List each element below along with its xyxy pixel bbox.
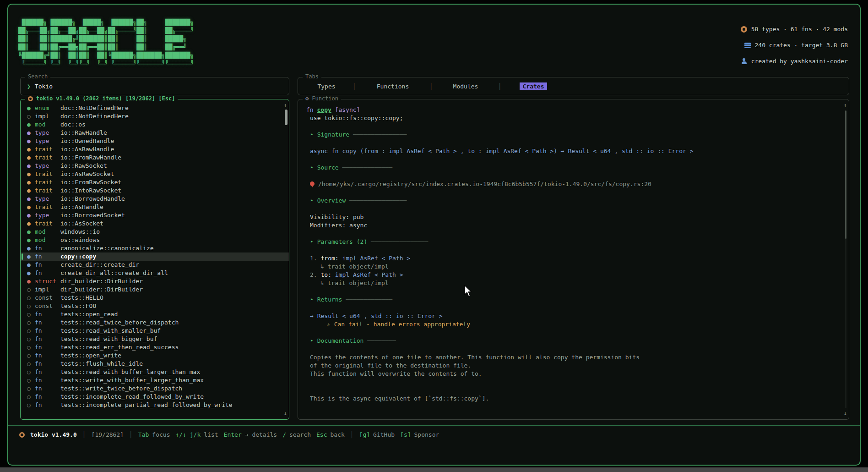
item-name: tests::read_with_smaller_buf: [60, 327, 289, 335]
detail-scrollbar-thumb[interactable]: [845, 110, 846, 239]
function-heading: fn copy [async]: [306, 106, 841, 114]
list-item[interactable]: ● type io::RawHandle: [21, 129, 289, 137]
taskbar-strip: [0, 467, 868, 472]
list-item[interactable]: ● trait io::FromRawSocket: [21, 178, 289, 187]
sponsor-link[interactable]: [s]Sponsor: [400, 431, 439, 438]
list-item[interactable]: ○ fn tests::read_err_then_read_success: [21, 343, 289, 351]
list-item[interactable]: ○ fn tests::open_read: [21, 310, 289, 318]
item-kind: trait: [35, 187, 60, 195]
visibility-bullet-icon: ○: [27, 327, 35, 335]
list-item[interactable]: ● mod doc::os: [21, 121, 289, 129]
item-name: doc::NotDefinedHere: [60, 112, 289, 121]
list-item[interactable]: ○ fn tests::incomplete_partial_read_foll…: [21, 401, 289, 409]
list-item[interactable]: ● trait io::FromRawHandle: [21, 154, 289, 162]
list-item[interactable]: ○ impl doc::NotDefinedHere: [21, 112, 289, 121]
fn-name: copy: [317, 106, 331, 113]
status-bar: tokio v1.49.0 │ [19/2862] │ Tabfocus ↑/↓…: [8, 425, 860, 465]
list-item[interactable]: ○ fn tests::incomplete_read_followed_by_…: [21, 393, 289, 401]
scroll-up-icon[interactable]: ↑: [844, 103, 847, 108]
section-header-overview: ‣ Overview ────────────────: [310, 197, 841, 205]
search-input[interactable]: ❯ Tokio: [21, 77, 289, 95]
list-item[interactable]: ● fn canonicalize::canonicalize: [21, 244, 289, 252]
list-item[interactable]: ○ fn tests::write_twice_before_dispatch: [21, 384, 289, 393]
item-kind: fn: [35, 351, 60, 360]
list-item[interactable]: ● mod windows::io: [21, 228, 289, 236]
item-kind: fn: [35, 368, 60, 376]
list-item[interactable]: ● enum doc::NotDefinedHere: [21, 104, 289, 112]
list-item[interactable]: ● fn create_dir_all::create_dir_all: [21, 269, 289, 277]
visibility-bullet-icon: ○: [27, 401, 35, 409]
list-item[interactable]: ○ fn tests::read_with_buffer_larger_than…: [21, 368, 289, 376]
parameter-note: ↳ trait object/impl: [320, 279, 841, 287]
github-link[interactable]: [g]GitHub: [359, 431, 395, 438]
list-item[interactable]: ○ const tests::HELLO: [21, 294, 289, 302]
visibility-bullet-icon: ○: [27, 302, 35, 310]
stat-text: 58 types · 61 fns · 42 mods: [751, 26, 848, 33]
item-kind: fn: [35, 244, 60, 252]
list-item[interactable]: ● fn copy::copy: [21, 252, 289, 261]
crate-items-panel: tokio v1.49.0 (2862 items) [19/2862] [Es…: [20, 99, 289, 420]
list-item[interactable]: ● type io::BorrowedHandle: [21, 195, 289, 203]
list-item[interactable]: ● mod os::windows: [21, 236, 289, 244]
list-item[interactable]: ○ fn tests::flush_while_idle: [21, 360, 289, 368]
list-item[interactable]: ○ fn tests::write_with_buffer_larger_tha…: [21, 376, 289, 384]
list-item[interactable]: ● trait io::AsRawSocket: [21, 170, 289, 178]
list-item[interactable]: ● struct dir_builder::DirBuilder: [21, 277, 289, 285]
list-item[interactable]: ○ fn tests::read_with_smaller_buf: [21, 327, 289, 335]
section-header-source: ‣ Source ──────────────: [310, 164, 841, 172]
visibility-bullet-icon: ○: [27, 310, 35, 318]
function-detail-panel: ⚙ Function fn copy [async] use tokio::fs…: [298, 99, 849, 420]
visibility-bullet-icon: ●: [27, 211, 35, 220]
tab-crates[interactable]: Crates: [502, 83, 564, 90]
item-kind: const: [35, 302, 60, 310]
visibility-bullet-icon: ●: [27, 145, 35, 154]
section-header-returns: ‣ Returns ─────────────: [310, 296, 841, 304]
item-kind: fn: [35, 318, 60, 327]
item-name: tests::write_twice_before_dispatch: [60, 384, 289, 393]
list-item[interactable]: ● fn create_dir::create_dir: [21, 261, 289, 269]
list-item[interactable]: ● type io::BorrowedSocket: [21, 211, 289, 220]
list-item[interactable]: ● type io::OwnedHandle: [21, 137, 289, 145]
stat-types-fns-mods: 58 types · 61 fns · 42 mods: [741, 26, 848, 33]
list-item[interactable]: ○ fn tests::open_write: [21, 351, 289, 360]
list-item[interactable]: ○ impl dir_builder::DirBuilder: [21, 285, 289, 294]
status-position: [19/2862]: [92, 431, 124, 438]
function-title-text: Function: [312, 95, 338, 102]
item-kind: fn: [35, 261, 60, 269]
visibility-bullet-icon: ○: [27, 112, 35, 121]
visibility-bullet-icon: ●: [27, 244, 35, 252]
tab-types[interactable]: Types: [301, 83, 352, 90]
stat-text: created by yashksaini-coder: [751, 58, 848, 65]
list-item[interactable]: ○ const tests::FOO: [21, 302, 289, 310]
item-name: tests::read_with_bigger_buf: [60, 335, 289, 343]
list-scrollbar-thumb[interactable]: [285, 110, 288, 125]
app-window: ██████╗ ██████╗ █████╗ ██████╗██╗ ██████…: [7, 4, 861, 466]
scroll-down-icon[interactable]: ↓: [844, 411, 847, 416]
item-kind: fn: [35, 310, 60, 318]
visibility-bullet-icon: ●: [27, 137, 35, 145]
list-item[interactable]: ● type io::RawSocket: [21, 162, 289, 170]
item-name: tests::flush_while_idle: [60, 360, 289, 368]
wrench-icon: ⚙: [305, 95, 309, 102]
item-kind: trait: [35, 145, 60, 154]
list-item[interactable]: ● trait io::AsSocket: [21, 220, 289, 228]
visibility-bullet-icon: ●: [27, 154, 35, 162]
tab-modules[interactable]: Modules: [434, 83, 498, 90]
visibility-bullet-icon: ●: [27, 104, 35, 112]
list-item[interactable]: ● trait io::IntoRawSocket: [21, 187, 289, 195]
visibility-bullet-icon: ○: [27, 343, 35, 351]
search-panel: Search ❯ Tokio: [20, 77, 289, 95]
item-kind: impl: [35, 285, 60, 294]
scroll-up-icon[interactable]: ↑: [284, 103, 287, 108]
item-name: io::AsRawHandle: [60, 145, 289, 154]
list-item[interactable]: ● trait io::AsRawHandle: [21, 145, 289, 154]
oracle-logo: ██████╗ ██████╗ █████╗ ██████╗██╗ ██████…: [18, 18, 194, 68]
list-item[interactable]: ● trait io::AsHandle: [21, 203, 289, 211]
user-icon: [741, 58, 747, 64]
tab-functions[interactable]: Functions: [357, 83, 429, 90]
scroll-down-icon[interactable]: ↓: [284, 411, 287, 416]
modifiers-line: Modifiers: async: [310, 221, 841, 230]
item-kind: mod: [35, 228, 60, 236]
list-item[interactable]: ○ fn tests::read_with_bigger_buf: [21, 335, 289, 343]
list-item[interactable]: ○ fn tests::read_twice_before_dispatch: [21, 318, 289, 327]
